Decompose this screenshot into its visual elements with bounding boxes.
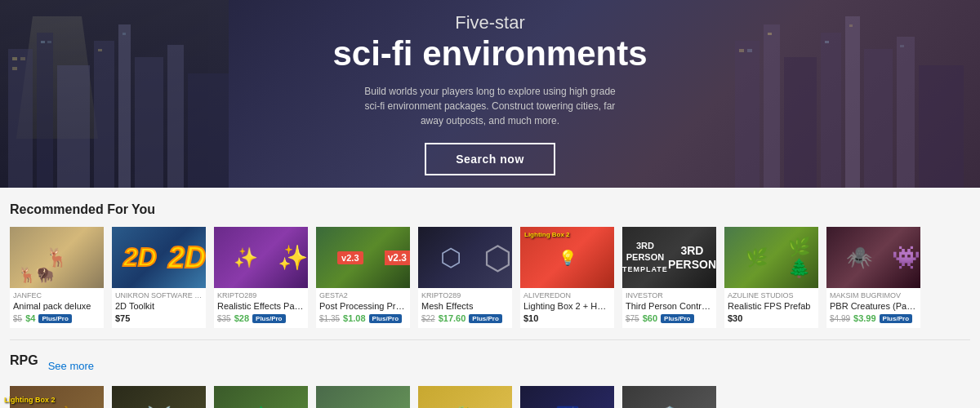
- price-original: $4.99: [830, 314, 850, 323]
- product-card[interactable]: 🦌JANFECAnimal pack deluxe$5$4Plus/Pro: [10, 227, 104, 328]
- product-publisher: AZULINE STUDIOS: [728, 291, 815, 299]
- product-thumbnail: Lighting Box 2💡: [520, 227, 614, 288]
- product-thumbnail: ⬡: [418, 227, 512, 288]
- rpg-thumbnail[interactable]: ⚔️: [112, 386, 206, 408]
- product-name: Lighting Box 2 + HD Rend...: [523, 301, 611, 311]
- svg-rect-2: [57, 65, 90, 188]
- rpg-see-more[interactable]: See more: [48, 360, 94, 372]
- product-info: INVESTORThird Person Controller - ...$75…: [622, 288, 716, 328]
- price-original: $75: [626, 314, 639, 323]
- product-card[interactable]: 3RDPERSONTEMPLATEINVESTORThird Person Co…: [622, 227, 716, 328]
- rpg-thumbnail[interactable]: 🛡️: [622, 386, 716, 408]
- svg-rect-26: [825, 41, 829, 43]
- product-thumbnail: 3RDPERSONTEMPLATE: [622, 227, 716, 288]
- price-row: $35$28Plus/Pro: [217, 313, 305, 323]
- hero-title: sci-fi environments: [332, 35, 647, 73]
- product-info: AZULINE STUDIOSRealistic FPS Prefab$30: [724, 288, 818, 328]
- product-name: PBR Creatures (Pack): [830, 301, 917, 311]
- product-publisher: INVESTOR: [626, 291, 713, 299]
- product-info: MAKSIM BUGRIMOVPBR Creatures (Pack)$4.99…: [826, 288, 920, 328]
- plus-pro-badge: Plus/Pro: [880, 314, 912, 323]
- price-original: $35: [217, 314, 231, 323]
- svg-rect-18: [821, 33, 841, 188]
- svg-rect-28: [900, 45, 904, 47]
- svg-rect-15: [735, 41, 760, 188]
- svg-rect-4: [118, 24, 131, 188]
- svg-rect-13: [98, 49, 102, 51]
- product-card[interactable]: v2.3GESTA2Post Processing Profiles$1.35$…: [316, 227, 410, 328]
- product-publisher: ALIVEREDON: [523, 291, 611, 299]
- svg-rect-21: [897, 37, 915, 188]
- svg-rect-25: [768, 33, 772, 35]
- product-publisher: MAKSIM BUGRIMOV: [830, 291, 917, 299]
- svg-rect-23: [739, 49, 744, 52]
- product-info: KRIPTO289Mesh Effects$22$17.60Plus/Pro: [418, 288, 512, 328]
- rpg-thumbnail[interactable]: 🌲: [214, 386, 308, 408]
- price-sale: $1.08: [343, 313, 366, 323]
- hero-content: Five-star sci-fi environments Build worl…: [332, 12, 647, 175]
- rpg-title: RPG: [10, 353, 38, 368]
- product-card[interactable]: ✨KRIPTO289Realistic Effects Pack 4$35$28…: [214, 227, 308, 328]
- price-row: $30: [728, 313, 815, 323]
- rpg-thumbnail[interactable]: 🏔️: [316, 386, 410, 408]
- product-card[interactable]: 2DUNIKRON SOFTWARE LTD2D Toolkit$75: [112, 227, 206, 328]
- svg-rect-22: [919, 65, 964, 188]
- recommended-title: Recommended For You: [10, 202, 970, 217]
- product-info: ALIVEREDONLighting Box 2 + HD Rend...$10: [520, 288, 614, 328]
- content-area: Recommended For You 🦌JANFECAnimal pack d…: [0, 188, 980, 408]
- svg-rect-1: [37, 33, 53, 188]
- svg-rect-11: [41, 41, 45, 43]
- rpg-thumbnail[interactable]: 🌌: [520, 386, 614, 408]
- price-row: $4.99$3.99Plus/Pro: [830, 313, 917, 323]
- plus-pro-badge: Plus/Pro: [661, 314, 693, 323]
- price-sale: $60: [643, 313, 657, 323]
- svg-rect-17: [784, 57, 817, 188]
- product-name: Post Processing Profiles: [319, 301, 407, 311]
- price-normal: $10: [523, 313, 538, 323]
- product-name: Realistic FPS Prefab: [728, 301, 815, 311]
- product-card[interactable]: ⬡KRIPTO289Mesh Effects$22$17.60Plus/Pro: [418, 227, 512, 328]
- product-publisher: GESTA2: [319, 291, 407, 299]
- hero-description: Build worlds your players long to explor…: [359, 84, 621, 128]
- svg-rect-12: [47, 41, 51, 43]
- product-name: Animal pack deluxe: [13, 301, 100, 311]
- product-card[interactable]: 🕷️MAKSIM BUGRIMOVPBR Creatures (Pack)$4.…: [826, 227, 920, 328]
- rpg-thumbs-row: 🗡️⚔️🌲🏔️🐉🌌🛡️: [10, 386, 970, 408]
- price-normal: $75: [115, 313, 130, 323]
- svg-rect-10: [12, 67, 17, 70]
- product-info: KRIPTO289Realistic Effects Pack 4$35$28P…: [214, 288, 308, 328]
- product-thumbnail: 🌿: [724, 227, 818, 288]
- svg-rect-7: [188, 73, 229, 188]
- product-thumbnail: ✨: [214, 227, 308, 288]
- svg-rect-9: [20, 57, 25, 60]
- price-normal: $30: [728, 313, 742, 323]
- section-divider: [10, 339, 970, 340]
- product-publisher: KRIPTO289: [421, 291, 509, 299]
- search-now-button[interactable]: Search now: [425, 143, 555, 175]
- price-original: $22: [421, 314, 435, 323]
- product-thumbnail: v2.3: [316, 227, 410, 288]
- price-sale: $3.99: [853, 313, 876, 323]
- svg-rect-27: [849, 24, 853, 27]
- rpg-thumbnail[interactable]: 🐉: [418, 386, 512, 408]
- product-card[interactable]: 🌿AZULINE STUDIOSRealistic FPS Prefab$30: [724, 227, 818, 328]
- product-publisher: KRIPTO289: [217, 291, 305, 299]
- product-name: Third Person Controller - ...: [626, 301, 713, 311]
- price-row: $75$60Plus/Pro: [626, 313, 713, 323]
- hero-banner: Five-star sci-fi environments Build worl…: [0, 0, 980, 188]
- product-card[interactable]: Lighting Box 2💡ALIVEREDONLighting Box 2 …: [520, 227, 614, 328]
- rpg-section: RPG See more 🗡️⚔️🌲🏔️🐉🌌🛡️: [10, 353, 970, 408]
- svg-rect-6: [167, 45, 184, 188]
- plus-pro-badge: Plus/Pro: [469, 314, 501, 323]
- product-name: Mesh Effects: [421, 301, 509, 311]
- svg-rect-8: [12, 57, 17, 60]
- svg-rect-24: [747, 49, 752, 52]
- price-original: $5: [13, 314, 22, 323]
- svg-rect-20: [864, 49, 893, 188]
- price-row: $1.35$1.08Plus/Pro: [319, 313, 407, 323]
- product-thumbnail: 🦌: [10, 227, 104, 288]
- price-row: $5$4Plus/Pro: [13, 313, 100, 323]
- recommended-products-row: 🦌JANFECAnimal pack deluxe$5$4Plus/Pro2DU…: [10, 227, 970, 328]
- product-info: UNIKRON SOFTWARE LTD2D Toolkit$75: [112, 288, 206, 328]
- price-row: $75: [115, 313, 203, 323]
